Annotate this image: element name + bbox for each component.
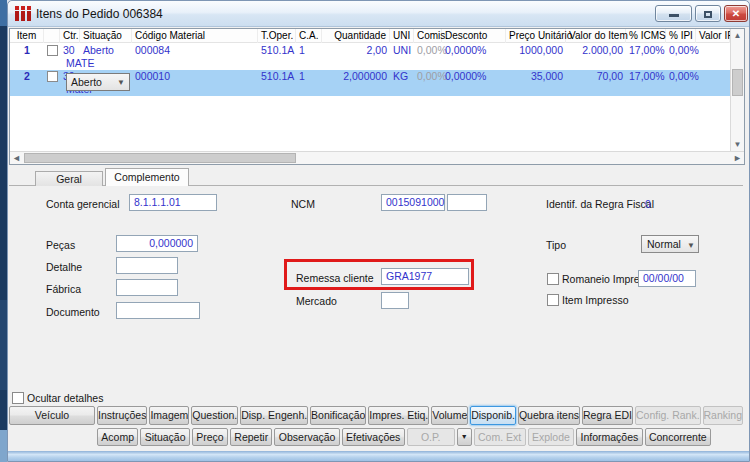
col-header-icms[interactable]: % ICMS [626, 29, 666, 43]
close-button[interactable]: ✕ [724, 5, 748, 22]
row-number: 1 [10, 44, 44, 57]
cell-descricao: MATE [10, 57, 730, 70]
situacao-dropdown[interactable]: Aberto ▼ [66, 73, 130, 91]
remessa-cliente-field[interactable]: GRA1977 [381, 268, 469, 285]
col-header-situacao[interactable]: Situação [80, 29, 132, 43]
romaneio-impresso-checkbox[interactable] [547, 273, 559, 285]
col-header-preco-unitario[interactable]: Preço Unitário [506, 29, 566, 43]
col-header-ipi[interactable]: % IPI [666, 29, 696, 43]
col-header-check[interactable] [44, 29, 60, 43]
op-dropdown-arrow-button[interactable]: ▼ [457, 428, 472, 446]
cell-valor-item: 2.000,00 [566, 44, 626, 57]
col-header-t-oper[interactable]: T.Oper. [258, 29, 296, 43]
remessa-cliente-label: Remessa cliente [296, 272, 374, 284]
col-header-ctr[interactable]: Ctr. [60, 29, 80, 43]
detalhe-label: Detalhe [46, 261, 82, 273]
cell-valor-ipi [696, 44, 730, 57]
tab-complemento[interactable]: Complemento [105, 168, 189, 186]
cell-uni: UNI [390, 44, 414, 57]
item-impresso-checkbox[interactable] [547, 294, 559, 306]
situacao-dropdown-value: Aberto [71, 76, 102, 88]
acomp-button[interactable]: Acomp [97, 428, 138, 446]
mercado-field[interactable] [381, 292, 409, 309]
table-row[interactable]: 1 30 Aberto 000084 510.1A 1 2,00 UNI 0,0… [10, 44, 730, 70]
volume-button[interactable]: Volume [431, 406, 468, 425]
scroll-right-icon[interactable]: ► [731, 152, 744, 164]
detalhe-field[interactable] [116, 257, 178, 274]
documento-label: Documento [46, 306, 100, 318]
row-checkbox[interactable] [47, 71, 58, 82]
disponib-button[interactable]: Disponib. [470, 406, 516, 425]
cell-ipi: 0,00% [666, 70, 696, 83]
col-header-comis[interactable]: Comis. [414, 29, 442, 43]
chevron-down-icon: ▼ [687, 238, 695, 254]
regra-edi-button[interactable]: Regra EDI [582, 406, 633, 425]
repetir-button[interactable]: Repetir [230, 428, 273, 446]
observacao-button[interactable]: Observação [274, 428, 339, 446]
scroll-down-icon[interactable]: ▼ [731, 138, 744, 151]
impres-etiq-button[interactable]: Impres. Etiq. [368, 406, 429, 425]
cell-codigo: 000010 [132, 70, 258, 83]
tipo-dropdown-value: Normal [647, 238, 681, 250]
scroll-up-icon[interactable]: ▲ [731, 29, 744, 42]
cell-codigo: 000084 [132, 44, 258, 57]
ncm-field[interactable]: 0015091000 [381, 194, 445, 211]
col-header-ca[interactable]: C.A. [296, 29, 322, 43]
col-header-uni[interactable]: UNI [390, 29, 414, 43]
tipo-dropdown[interactable]: Normal ▼ [641, 235, 699, 253]
efetivacoes-button[interactable]: Efetivações [342, 428, 405, 446]
quebra-itens-button[interactable]: Quebra itens [518, 406, 580, 425]
conta-gerencial-label: Conta gerencial [46, 198, 120, 210]
cell-desconto: 0,0000% [442, 44, 506, 57]
instrucoes-button[interactable]: Instruções [97, 406, 147, 425]
explode-button: Explode [528, 428, 575, 446]
grid-vertical-scrollbar[interactable]: ▲ ▼ [730, 29, 744, 151]
config-rank-button: Config. Rank. [635, 406, 701, 425]
disp-engenh-button[interactable]: Disp. Engenh. [240, 406, 308, 425]
identif-regra-fiscal-label: Identif. da Regra Fiscal [546, 198, 654, 210]
parent-app-edge [0, 0, 7, 462]
cell-comis: 0,00% [414, 70, 442, 83]
cell-icms: 17,00% [626, 70, 666, 83]
scroll-left-icon[interactable]: ◄ [10, 152, 23, 164]
informacoes-button[interactable]: Informações [576, 428, 642, 446]
documento-field[interactable] [116, 302, 200, 319]
romaneio-date-field[interactable]: 00/00/00 [638, 270, 696, 287]
col-header-valor-ipi[interactable]: Valor IPI [696, 29, 730, 43]
col-header-desconto[interactable]: Desconto [442, 29, 506, 43]
minimize-button[interactable] [655, 5, 692, 22]
item-impresso-label: Item Impresso [562, 294, 629, 306]
titlebar: Itens do Pedido 006384 ✕ [8, 1, 749, 27]
bonificacao-button[interactable]: Bonificação [310, 406, 366, 425]
vertical-scroll-thumb[interactable] [732, 69, 743, 96]
situacao-button[interactable]: Situação [140, 428, 190, 446]
identif-regra-fiscal-value: 0 [645, 198, 651, 210]
maximize-button[interactable] [695, 5, 721, 22]
preco-button[interactable]: Preço [192, 428, 228, 446]
tab-geral[interactable]: Geral [35, 171, 103, 186]
imagem-button[interactable]: Imagem [149, 406, 189, 425]
window-bottom-frame [8, 451, 749, 461]
concorrente-button[interactable]: Concorrente [645, 428, 711, 446]
col-header-codigo-material[interactable]: Código Material [132, 29, 258, 43]
col-header-item[interactable]: Item [10, 29, 44, 43]
cell-quantidade: 2,000000 [322, 70, 390, 83]
pecas-field[interactable]: 0,000000 [116, 235, 198, 252]
fabrica-field[interactable] [116, 279, 178, 296]
pecas-label: Peças [46, 239, 75, 251]
ocultar-detalhes-checkbox[interactable] [12, 392, 24, 404]
col-header-quantidade[interactable]: Quantidade [322, 29, 390, 43]
row-checkbox[interactable] [47, 45, 58, 56]
grid-horizontal-scrollbar[interactable]: ◄ ► [10, 151, 744, 164]
conta-gerencial-field[interactable]: 8.1.1.1.01 [129, 194, 217, 211]
question-button[interactable]: Question. [191, 406, 238, 425]
cell-desconto: 0,0000% [442, 70, 506, 83]
col-header-valor-do-item[interactable]: Valor do Item [566, 29, 626, 43]
button-row-1: Veículo Instruções Imagem Question. Disp… [9, 406, 743, 425]
cell-quantidade: 2,00 [322, 44, 390, 57]
cell-uni: KG [390, 70, 414, 83]
horizontal-scroll-thumb[interactable] [24, 153, 296, 163]
chevron-down-icon: ▼ [115, 75, 127, 89]
ncm-secondary-field[interactable] [447, 194, 487, 211]
veiculo-button[interactable]: Veículo [9, 406, 95, 425]
